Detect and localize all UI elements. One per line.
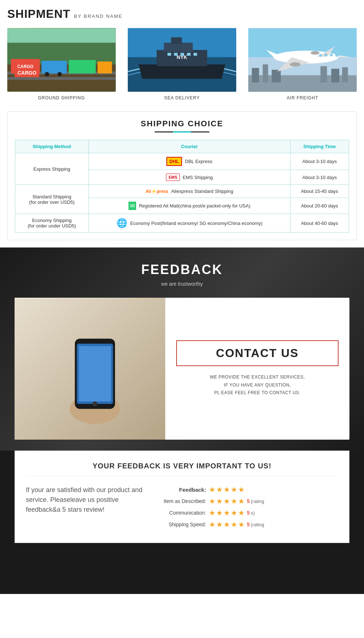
svg-point-40 [311,51,320,55]
feedback-content: If your are satisfied with our product a… [26,485,338,532]
rating-row-feedback: Feedback: ★ ★ ★ ★ ★ [155,485,338,494]
svg-rect-21 [174,53,178,56]
feedback-subtitle: we are trustworthy [7,281,357,287]
air-freight-label: AIR FREIGHT [287,95,318,100]
svg-rect-46 [79,346,111,401]
star-3: ★ [223,520,230,529]
ship-stars: ★ ★ ★ ★ ★ [209,520,245,529]
svg-rect-20 [167,53,171,56]
svg-rect-28 [252,68,259,83]
svg-rect-17 [164,43,193,52]
svg-rect-31 [321,66,327,83]
contact-desc-line2: IF YOU HAVE ANY QUESTION, [224,383,291,388]
contact-content: CONTACT US WE PROVIDE THE EXCELLENT SERV… [165,298,349,440]
feedback-left: If your are satisfied with our product a… [26,485,148,515]
time-ali: About 15-45 days [290,185,349,198]
svg-rect-7 [41,61,67,74]
ali-name: Aliexpress Standard Shipping [171,189,233,194]
shipping-table: Shipping Method Courier Shipping Time Ex… [15,140,349,233]
star-4: ★ [231,485,237,494]
svg-rect-4 [7,77,116,80]
svg-rect-23 [187,53,191,56]
star-5: ★ [238,520,245,529]
shipping-speed-label: Shipping Speed: [155,522,206,527]
ground-shipping-image: CARGO [7,28,116,92]
star-3: ★ [223,497,230,506]
contact-card: CONTACT US WE PROVIDE THE EXCELLENT SERV… [15,298,349,440]
contact-us-title: CONTACT US [184,346,331,360]
star-1: ★ [209,497,215,506]
svg-point-39 [290,62,301,67]
feedback-left-text: If your are satisfied with our product a… [26,485,148,515]
rating-row-item: Item as Described: ★ ★ ★ ★ ★ 5 (rating [155,497,338,506]
star-1: ★ [209,508,215,517]
star-3: ★ [223,508,230,517]
star-5: ★ [238,485,245,494]
svg-point-37 [330,54,333,56]
svg-point-12 [45,72,49,76]
feedback-right: Feedback: ★ ★ ★ ★ ★ Item as Described: ★… [155,485,338,532]
svg-rect-8 [69,60,96,74]
ground-shipping-label: GROUND SHIPPING [38,95,85,100]
star-4: ★ [231,520,237,529]
un-logo: 🌐 [116,218,127,228]
star-2: ★ [216,520,223,529]
contact-description: WE PROVIDE THE EXCELLENT SERVICES, IF YO… [176,373,339,397]
svg-rect-18 [171,37,182,44]
svg-rect-22 [181,53,184,56]
star-1: ★ [209,520,215,529]
method-standard: Standard Shipping(for order over USD5) [15,185,89,214]
shipping-choice-title: SHIPPING CHOICE [15,119,349,128]
shipment-subtitle: BY BRAND NAME [74,13,122,19]
courier-dhl: DHL DBL Express [88,153,290,170]
time-ems: About 3-10 days [290,170,349,185]
svg-rect-33 [342,67,348,83]
rating-row-shipping: Shipping Speed: ★ ★ ★ ★ ★ 5 (rating [155,520,338,529]
star-2: ★ [216,485,223,494]
sea-delivery-label: SEA DELIVERY [164,95,200,100]
time-dhl: About 3-10 days [290,153,349,170]
contact-desc-line1: WE PROVIDE THE EXCELLENT SERVICES, [210,375,305,380]
star-4: ★ [231,497,237,506]
feedback-importance-title: YOUR FEEDBACK IS VERY IMPORTANT TO US! [26,462,338,476]
ems-logo: EMS [166,174,180,181]
star-5: ★ [238,497,245,506]
svg-point-11 [30,72,35,76]
rating-row-communication: Communication: ★ ★ ★ ★ ★ 5 s) [155,508,338,517]
star-2: ★ [216,508,223,517]
aliexpress-logo: Ali⚡press [146,189,168,194]
underline-left [155,131,173,132]
post-logo: ✉ [128,202,136,210]
item-described-label: Item as Described: [155,498,206,504]
courier-economy: 🌐 Economy Post(finland economy/ SG econo… [88,214,290,233]
shipping-choice-section: SHIPPING CHOICE Shipping Method Courier … [7,111,357,240]
dhl-logo: DHL [166,157,182,166]
method-express: Express Shipping [15,153,89,185]
item-rating-number: 5 [247,498,250,504]
contact-us-box: CONTACT US [176,340,339,366]
svg-point-47 [92,401,98,407]
star-3: ★ [223,485,230,494]
svg-rect-32 [332,69,340,83]
comm-stars: ★ ★ ★ ★ ★ [209,508,245,517]
table-row: Economy Shipping(for order under USD5) 🌐… [15,214,349,233]
col-shipping-time: Shipping Time [290,140,349,153]
method-economy: Economy Shipping(for order under USD5) [15,214,89,233]
svg-point-38 [335,54,338,57]
svg-point-36 [325,54,328,56]
feedback-section: FEEDBACK we are trustworthy [0,247,364,451]
star-5: ★ [238,508,245,517]
item-rating-suffix: (rating [251,499,264,504]
sea-delivery-image: NYK [128,28,236,92]
star-1: ★ [209,485,215,494]
time-economy: About 40-60 days [290,214,349,233]
svg-point-10 [16,72,20,76]
ship-rating-suffix: (rating [251,522,264,527]
shipment-title: SHIPMENT [7,7,70,21]
air-freight-image [248,28,357,92]
underline-center [173,131,191,132]
time-post: About 20-60 days [290,198,349,214]
col-shipping-method: Shipping Method [15,140,89,153]
air-freight-block: AIR FREIGHT [248,28,357,100]
bottom-section [0,550,364,594]
